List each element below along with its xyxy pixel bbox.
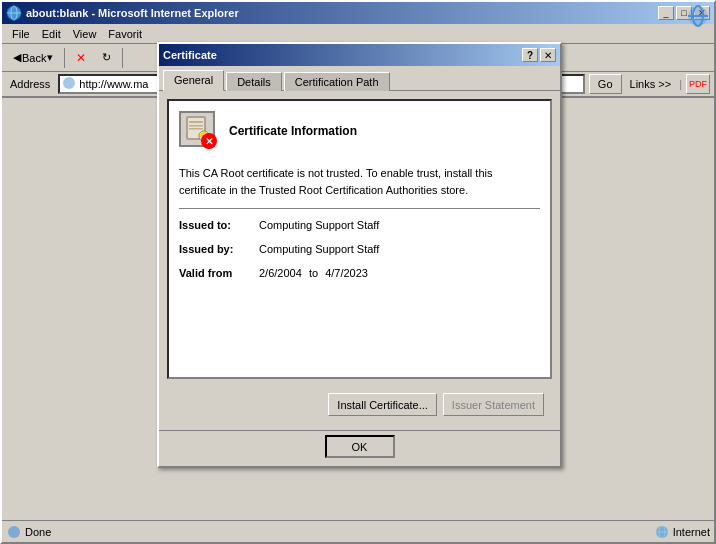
valid-from-value: 2/6/2004 to 4/7/2023 bbox=[259, 267, 540, 279]
status-left: Done bbox=[6, 524, 51, 540]
ok-row: OK bbox=[159, 430, 560, 466]
cert-icon-inner: ★ ✕ bbox=[179, 111, 215, 147]
svg-point-6 bbox=[63, 77, 75, 89]
refresh-icon: ↻ bbox=[102, 51, 111, 64]
install-certificate-button[interactable]: Install Certificate... bbox=[328, 393, 436, 416]
tab-bar: General Details Certification Path bbox=[159, 66, 560, 90]
dialog-content: ★ ✕ Certificate Information This CA Root… bbox=[159, 90, 560, 430]
issued-to-label: Issued to: bbox=[179, 219, 259, 231]
back-dropdown-icon: ▾ bbox=[47, 51, 53, 64]
cert-info-box: ★ ✕ Certificate Information This CA Root… bbox=[167, 99, 552, 379]
links-button[interactable]: Links >> bbox=[626, 78, 676, 90]
tab-certification-path-label: Certification Path bbox=[295, 76, 379, 88]
cert-icon: ★ ✕ bbox=[179, 111, 219, 151]
back-button[interactable]: ◀ Back ▾ bbox=[6, 47, 60, 69]
issued-by-label: Issued by: bbox=[179, 243, 259, 255]
toolbar-separator bbox=[64, 48, 65, 68]
dialog-help-button[interactable]: ? bbox=[522, 48, 538, 62]
issued-by-value: Computing Support Staff bbox=[259, 243, 540, 255]
stop-icon: ✕ bbox=[76, 51, 86, 65]
pdf-icon: PDF bbox=[689, 79, 707, 89]
ok-button[interactable]: OK bbox=[325, 435, 395, 458]
browser-title: about:blank - Microsoft Internet Explore… bbox=[26, 7, 239, 19]
menu-edit[interactable]: Edit bbox=[36, 26, 67, 42]
browser-icon bbox=[6, 5, 22, 21]
cert-divider bbox=[179, 208, 540, 209]
issuer-statement-button[interactable]: Issuer Statement bbox=[443, 393, 544, 416]
stop-button[interactable]: ✕ bbox=[69, 47, 93, 69]
status-internet-icon bbox=[654, 524, 670, 540]
title-bar: about:blank - Microsoft Internet Explore… bbox=[2, 2, 714, 24]
menu-file[interactable]: File bbox=[6, 26, 36, 42]
status-bar: Done Internet bbox=[2, 520, 714, 542]
dialog-action-buttons: Install Certificate... Issuer Statement bbox=[167, 387, 552, 422]
minimize-button[interactable]: _ bbox=[658, 6, 674, 20]
dialog-title-bar: Certificate ? ✕ bbox=[159, 44, 560, 66]
status-done-text: Done bbox=[25, 526, 51, 538]
cert-warning-text: This CA Root certificate is not trusted.… bbox=[179, 165, 540, 198]
pdf-button[interactable]: PDF bbox=[686, 74, 710, 94]
menu-favorites[interactable]: Favorit bbox=[102, 26, 148, 42]
svg-rect-13 bbox=[189, 125, 203, 127]
address-label: Address bbox=[6, 78, 54, 90]
cert-issued-to-field: Issued to: Computing Support Staff bbox=[179, 219, 540, 231]
dialog-title-text: Certificate bbox=[163, 49, 217, 61]
dialog-container: Certificate ? ✕ General Details Certific… bbox=[157, 42, 562, 468]
refresh-button[interactable]: ↻ bbox=[95, 47, 118, 69]
certificate-dialog: Certificate ? ✕ General Details Certific… bbox=[157, 42, 562, 468]
tab-certification-path[interactable]: Certification Path bbox=[284, 72, 390, 91]
svg-point-7 bbox=[8, 526, 20, 538]
tab-details[interactable]: Details bbox=[226, 72, 282, 91]
address-globe-icon bbox=[62, 76, 76, 92]
valid-from-label: Valid from bbox=[179, 267, 259, 279]
status-right: Internet bbox=[654, 524, 710, 540]
back-label: Back bbox=[22, 52, 46, 64]
tab-general-label: General bbox=[174, 74, 213, 86]
go-button[interactable]: Go bbox=[589, 74, 622, 94]
dialog-title-buttons: ? ✕ bbox=[522, 48, 556, 62]
cert-issued-by-field: Issued by: Computing Support Staff bbox=[179, 243, 540, 255]
status-internet-text: Internet bbox=[673, 526, 710, 538]
menu-bar: File Edit View Favorit bbox=[2, 24, 714, 44]
cert-info-title: Certificate Information bbox=[229, 124, 357, 138]
cert-header: ★ ✕ Certificate Information bbox=[179, 111, 540, 151]
tab-general[interactable]: General bbox=[163, 70, 224, 91]
svg-rect-14 bbox=[189, 128, 203, 130]
address-url-text: http://www.ma bbox=[79, 78, 148, 90]
cert-warning-badge: ✕ bbox=[201, 133, 217, 149]
dialog-close-button[interactable]: ✕ bbox=[540, 48, 556, 62]
valid-to-connector: to bbox=[309, 267, 318, 279]
browser-window: about:blank - Microsoft Internet Explore… bbox=[0, 0, 716, 544]
toolbar-separator-2 bbox=[122, 48, 123, 68]
status-globe-icon bbox=[6, 524, 22, 540]
issued-to-value: Computing Support Staff bbox=[259, 219, 540, 231]
svg-rect-12 bbox=[189, 121, 203, 123]
menu-view[interactable]: View bbox=[67, 26, 103, 42]
cert-valid-field: Valid from 2/6/2004 to 4/7/2023 bbox=[179, 267, 540, 279]
back-arrow-icon: ◀ bbox=[13, 51, 21, 64]
links-separator: | bbox=[679, 78, 682, 90]
tab-details-label: Details bbox=[237, 76, 271, 88]
ie-logo bbox=[686, 4, 710, 33]
